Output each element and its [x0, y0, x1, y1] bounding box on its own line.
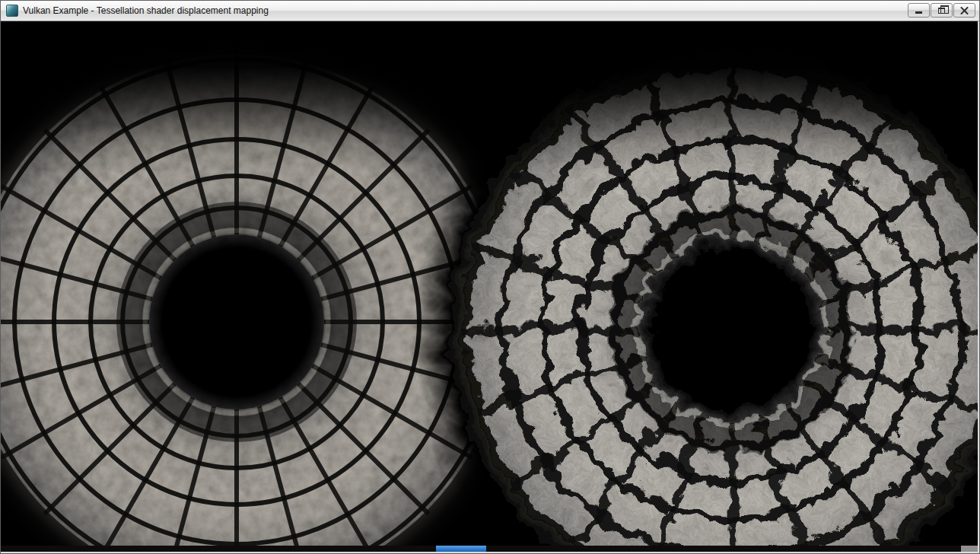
close-button[interactable] — [953, 3, 975, 18]
torus-scene — [1, 21, 978, 546]
taskbar-sliver — [436, 546, 486, 552]
vulkan-app-icon — [6, 5, 18, 17]
titlebar[interactable]: Vulkan Example - Tessellation shader dis… — [1, 1, 979, 21]
restore-icon — [938, 8, 945, 14]
window-title: Vulkan Example - Tessellation shader dis… — [23, 5, 269, 16]
window-controls — [908, 3, 975, 18]
render-viewport[interactable] — [1, 21, 978, 546]
torus-right-hole — [636, 234, 819, 417]
window-bottom-frame — [1, 546, 978, 552]
minimize-icon — [915, 11, 922, 14]
app-window: Vulkan Example - Tessellation shader dis… — [0, 0, 980, 554]
minimize-button[interactable] — [908, 3, 930, 18]
top-vignette — [1, 21, 978, 174]
close-icon — [960, 6, 969, 14]
torus-left-hole — [149, 234, 324, 409]
maximize-button[interactable] — [931, 3, 953, 18]
resize-corner — [961, 546, 978, 552]
